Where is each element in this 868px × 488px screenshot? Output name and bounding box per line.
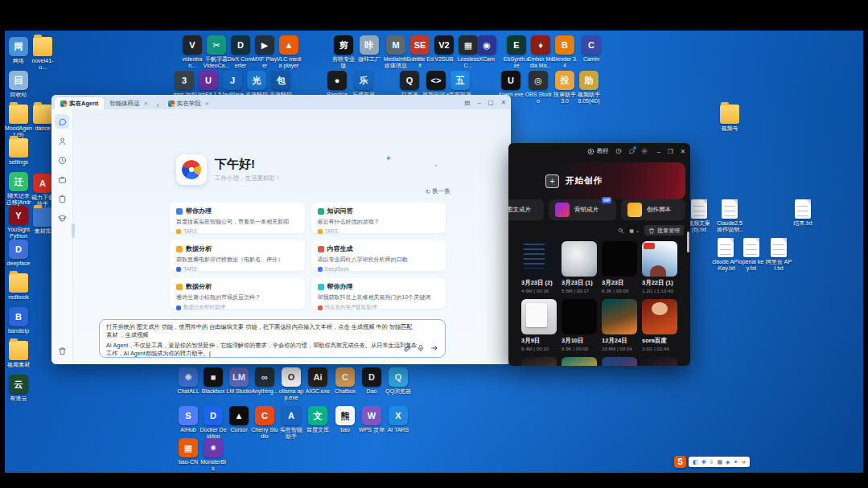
desktop-icon[interactable]: XAI TARS [385,406,412,433]
suggestion-card[interactable]: 知识问答最近有什么好玩的游戏？TARS [311,203,446,233]
tab-nav-back[interactable]: ‹ [154,101,162,109]
refresh-suggestions-button[interactable]: ↻ 换一换 [426,187,450,195]
maximize-button[interactable]: ❐ [668,148,673,155]
sidebar-chat-icon[interactable] [55,114,69,129]
desktop-icon[interactable]: ◎OBS Studio [525,71,552,105]
desktop-icon[interactable]: ∞Anything... [251,367,278,395]
suggestion-card[interactable]: 数据分析雅诗兰黛小棕瓶的市场反应怎样？数据分析即时助理 [170,278,305,309]
tray-tool-icon[interactable]: ✚ [701,459,706,465]
desktop-icon[interactable]: redbook [5,273,32,301]
draft-item[interactable] [602,357,637,366]
desktop-icon[interactable]: 迁聊天记录迁移[Android] [5,172,32,207]
tray-tool-icon[interactable]: ◈ [726,459,730,465]
desktop-icon[interactable]: YYouSight Python [5,206,32,240]
shizai-tray-icon[interactable]: S [674,456,686,468]
draft-item[interactable]: 3月10日6.9K | 00:00 [562,299,597,351]
desktop-icon[interactable]: MoodAgent (9) [5,105,32,138]
desktop-icon[interactable]: 视频素材 [5,341,32,368]
desktop-icon[interactable]: Vvideotran... [179,35,206,69]
draft-item[interactable]: 3月23日 (1)5.5M | 00:17 [562,241,597,293]
draft-item[interactable]: 12月24日10.8M | 00:34 [602,299,637,351]
send-icon[interactable] [430,344,438,352]
desktop-icon[interactable]: 咔微咔工厂 [356,35,383,63]
desktop-icon[interactable]: 云有道云 [5,375,32,402]
desktop-icon[interactable]: Ddeepface [5,240,32,267]
desktop-icon[interactable]: claude API-Key.txt [712,238,739,272]
desktop-icon[interactable]: 视频号 [716,105,743,132]
desktop-icon[interactable]: ▲Cursor [225,406,253,433]
desktop-icon[interactable]: AiAIGC.exe [304,367,331,395]
desktop-icon[interactable]: LMLM Studio [225,367,253,395]
sidebar-history-icon[interactable] [55,153,69,167]
suggestion-card[interactable]: 数据分析获取豆瓣电影排行榜数据（电影名、评分）TARS [170,240,305,271]
draft-item[interactable]: 3月9日8.4M | 00:10 [521,299,557,351]
settings-icon[interactable] [641,148,648,154]
desktop-icon[interactable]: Claude2.5 操作说明.. [716,199,743,233]
desktop-icon[interactable]: 回回收站 [5,71,32,98]
sidebar-clipboard-icon[interactable] [55,191,69,206]
desktop-icon[interactable]: ✷MonsterBls [200,438,227,472]
search-icon[interactable] [618,228,624,234]
tray-tool-icon[interactable]: ➔ [741,459,746,465]
desktop-icon[interactable]: ▲VLC media player [275,35,302,69]
desktop-icon[interactable]: UUsbEit 1.5 [195,71,222,98]
tray-tool-icon[interactable]: ⇩ [710,459,714,465]
tray-tool-icon[interactable]: ▦ [717,459,722,465]
sidebar-agent-icon[interactable] [55,133,69,148]
desktop-icon[interactable]: 文百度文库 [304,406,331,433]
help-icon[interactable] [615,148,622,154]
sidebar-school-icon[interactable] [55,211,69,225]
desktop-icon[interactable]: Q31录屏 [396,71,423,98]
desktop-icon[interactable]: BBlender 3.4 [551,35,578,69]
desktop-icon[interactable]: ❋ChatALL [175,367,202,395]
draft-item[interactable] [562,357,597,366]
feedback-icon[interactable] [628,148,635,154]
desktop-icon[interactable]: novel41-u... [29,37,56,71]
scrollbar-thumb[interactable] [687,232,689,252]
tray-tool-icon[interactable]: ◧ [693,459,698,465]
desktop-icon[interactable]: ▶MXF Player [251,35,278,69]
desktop-icon[interactable]: SAIHub [175,406,202,433]
desktop-icon[interactable]: 剪剪映专业版 [330,35,357,69]
minimize-button[interactable]: – [657,148,660,155]
draft-item[interactable] [642,357,677,366]
desktop-icon[interactable]: DDao [358,367,385,395]
draft-item[interactable]: 3月23日8.3K | 00:00 [602,241,637,293]
desktop-icon[interactable]: MMediaInfo 媒体信息 [382,35,409,69]
tab-close-icon[interactable]: ✕ [205,100,209,106]
sidebar-briefcase-icon[interactable] [55,172,69,187]
desktop-icon[interactable]: ✂千帆字幕 VideoCa... [203,35,230,69]
desktop-icon[interactable]: 投投屏助手 3.0 [551,71,578,105]
desktop-icon[interactable]: 阿里云 API.txt [765,238,792,272]
desktop-icon[interactable]: DDivX Converter [227,35,254,69]
tab-1[interactable]: 实在Agent [55,97,104,109]
start-create-button[interactable]: + 开始创作 [513,162,685,199]
desktop-icon[interactable]: UApem.exe [497,71,525,98]
desktop-icon[interactable]: EEbSynth.exe [503,35,530,69]
desktop-icon[interactable]: ■Blackbox [200,367,227,395]
suggestion-card[interactable]: 帮你办理百度搜索实在智能公司，查看第一条相关新闻TARS [170,203,305,233]
desktop-icon[interactable]: ▦bao-CN [175,438,202,465]
prompt-input[interactable]: 打开剪映的 图文成片 功能，使用其中的 自由编辑文案 功能，把下面这段内容输入文… [99,319,446,358]
draft-item[interactable] [521,357,557,366]
desktop-icon[interactable]: Oollama app.exe [278,367,305,401]
desktop-icon[interactable]: Bbandizip [5,307,32,334]
suggestion-card[interactable]: 帮你办理帮我获取抖音上装修相关最热门的10个关键词抖音意向客户获取助理 [311,278,446,309]
desktop-icon[interactable]: openai key.txt [738,238,765,272]
feature-2[interactable]: 营销成片VIP [549,199,616,220]
tray-tool-icon[interactable]: ✦ [733,459,738,465]
sidebar-collapse-handle[interactable] [72,223,75,238]
desktop-icon[interactable]: ◉XCam [473,35,500,63]
desktop-icon[interactable]: 五五图投屏 [446,71,474,98]
maximize-button[interactable]: ▢ [488,99,494,106]
desktop-icon[interactable]: 结果.txt [789,199,817,227]
desktop-icon[interactable]: CChatbox [331,367,359,395]
close-button[interactable]: ✕ [681,148,685,155]
tab-3[interactable]: 实在学院✕ [162,97,215,109]
desktop-icon[interactable]: WWPS 灵犀 [358,406,385,433]
desktop-icon[interactable]: ♦Ember Media Ma... [527,35,554,69]
tab-close-icon[interactable]: ✕ [144,100,148,106]
mic-icon[interactable] [417,344,425,352]
desktop-icon[interactable]: QQQ浏览器 [385,367,412,395]
tutorial-button[interactable]: 教程 [587,147,609,155]
